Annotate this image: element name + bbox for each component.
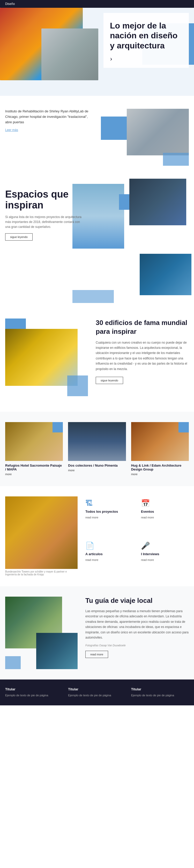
instituto-text: Instituto de Rehabilitación de Shirley R…: [5, 109, 93, 132]
espacios-btn[interactable]: sigue leyendo: [5, 233, 33, 241]
travel-blue-accent: [5, 656, 21, 669]
card-link-2[interactable]: more: [131, 473, 189, 476]
features-caption: Bundesarchiv Towers por schäfer y mayer …: [5, 570, 77, 576]
building-image-2: [129, 179, 186, 225]
edificios-section: 30 edificios de fama mundial para inspir…: [0, 308, 194, 412]
feature-title-2: A artículos: [85, 552, 131, 556]
feature-cell-0: 🏗 Todos los proyectos read more: [83, 496, 133, 534]
feature-icon-2: 📄: [85, 541, 131, 550]
feature-link-1[interactable]: read more: [141, 516, 154, 519]
feature-icon-3: 🎤: [141, 541, 186, 550]
travel-heading: Tu guía de viaje local: [85, 597, 189, 604]
cards-row: Refugios Hotel Sacromonte Paisaje / MAPA…: [5, 422, 189, 476]
hero-text-box: Lo mejor de la nación en diseño y arquit…: [103, 13, 189, 68]
espacios-section: Espacios que inspiran Si alguna lista de…: [0, 174, 194, 308]
travel-btn[interactable]: read more: [85, 651, 108, 658]
feature-icon-0: 🏗: [85, 499, 131, 507]
travel-image-2: [36, 633, 77, 669]
edificios-blue-2: [67, 375, 88, 396]
card-link-1[interactable]: more: [68, 469, 126, 472]
espacios-text: Espacios que inspiran Si alguna lista de…: [5, 189, 83, 241]
footer-title-0: Titular: [5, 687, 63, 691]
edificios-text: 30 edificios de fama mundial para inspir…: [96, 318, 189, 401]
edificios-heading: 30 edificios de fama mundial para inspir…: [96, 318, 189, 336]
feature-icon-1: 📅: [141, 499, 186, 507]
card-link-0[interactable]: more: [5, 473, 63, 476]
card-item-0: Refugios Hotel Sacromonte Paisaje / MAPA…: [5, 422, 63, 476]
instituto-section: Instituto de Rehabilitación de Shirley R…: [0, 96, 194, 174]
feature-title-3: I Interviews: [141, 552, 186, 556]
espacios-body: Si alguna lista de los mejores proyectos…: [5, 215, 83, 230]
footer-title-1: Titular: [68, 687, 126, 691]
travel-text: Tu guía de viaje local Las empresas pequ…: [85, 597, 189, 669]
instituto-blue-block-2: [163, 153, 189, 166]
footer-col-0: Titular Ejemplo de texto de pie de págin…: [5, 687, 63, 698]
travel-credit: Fotografías Oasap Van Duuwboele: [85, 644, 189, 647]
feature-cell-2: 📄 A artículos read more: [83, 539, 133, 576]
footer-text-2: Ejemplo de texto de pie de página: [131, 693, 189, 698]
footer-text-0: Ejemplo de texto de pie de página: [5, 693, 63, 698]
buildings-grid: [72, 179, 191, 303]
cards-section: Refugios Hotel Sacromonte Paisaje / MAPA…: [0, 412, 194, 486]
travel-body: Las empresas pequeñas y medianas a menud…: [85, 609, 189, 640]
card-blue-accent-0: [53, 422, 63, 432]
feature-link-0[interactable]: read more: [85, 516, 98, 519]
hero-section: Lo mejor de la nación en diseño y arquit…: [0, 8, 194, 96]
card-title-2: Hug & Link / Edam Architecture Design Gr…: [131, 464, 189, 471]
card-item-1: Dos colectores / Nuno Pimenta more: [68, 422, 126, 476]
travel-section: Tu guía de viaje local Las empresas pequ…: [0, 586, 194, 680]
hero-arrow[interactable]: ›: [110, 54, 182, 63]
edificios-body: Cualquiera con un nuevo creativo en su c…: [96, 340, 189, 372]
instituto-link[interactable]: Leer más: [5, 128, 18, 132]
features-main-image: [5, 496, 77, 569]
edificios-images: [5, 318, 88, 401]
top-bar-label: Diseño: [5, 2, 15, 6]
hero-title: Lo mejor de la nación en diseño y arquit…: [110, 21, 182, 51]
feature-link-2[interactable]: read more: [85, 558, 98, 561]
feature-title-0: Todos los proyectos: [85, 509, 131, 514]
card-title-0: Refugios Hotel Sacromonte Paisaje / MAPA: [5, 464, 63, 471]
edificios-image-main: [5, 329, 77, 386]
building-image-3: [140, 254, 191, 295]
footer-title-2: Titular: [131, 687, 189, 691]
feature-link-3[interactable]: read more: [141, 558, 154, 561]
edificios-btn[interactable]: sigue leyendo: [96, 377, 123, 384]
card-image-1: [68, 422, 126, 461]
top-bar: Diseño: [0, 0, 194, 8]
espacios-heading: Espacios que inspiran: [5, 189, 83, 211]
travel-images: [5, 597, 77, 669]
footer-col-2: Titular Ejemplo de texto de pie de págin…: [131, 687, 189, 698]
instituto-body: Instituto de Rehabilitación de Shirley R…: [5, 109, 91, 125]
features-image-container: Bundesarchiv Towers por schäfer y mayer …: [5, 496, 77, 576]
card-title-1: Dos colectores / Nuno Pimenta: [68, 464, 126, 467]
feature-cell-3: 🎤 I Interviews read more: [138, 539, 189, 576]
features-grid: 🏗 Todos los proyectos read more 📅 Evento…: [83, 496, 189, 576]
features-section: Bundesarchiv Towers por schäfer y mayer …: [0, 486, 194, 586]
buildings-blue-2: [72, 290, 114, 303]
footer-col-1: Titular Ejemplo de texto de pie de págin…: [68, 687, 126, 698]
card-item-2: Hug & Link / Edam Architecture Design Gr…: [131, 422, 189, 476]
footer-text-1: Ejemplo de texto de pie de página: [68, 693, 126, 698]
feature-cell-1: 📅 Eventos read more: [138, 496, 189, 534]
feature-title-1: Eventos: [141, 509, 186, 514]
hero-image-right: [41, 29, 98, 80]
card-blue-accent-2: [179, 422, 189, 432]
instituto-image-main: [127, 109, 189, 155]
footer: Titular Ejemplo de texto de pie de págin…: [0, 680, 194, 705]
instituto-images: [101, 109, 189, 166]
